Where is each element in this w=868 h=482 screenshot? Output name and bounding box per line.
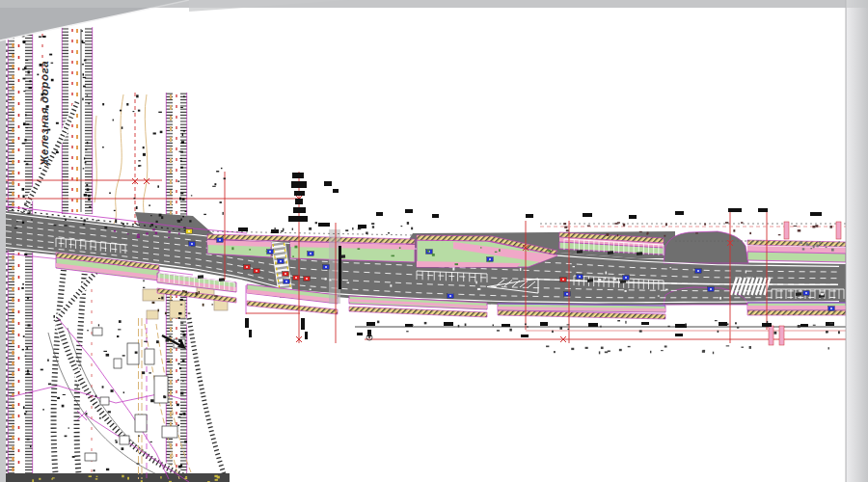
railway-label: Железная дорога <box>39 61 50 167</box>
screenshot-stage: Железная дорога <box>0 0 868 482</box>
plan-svg: Железная дорога <box>0 0 868 482</box>
right-edge-band <box>846 0 868 482</box>
